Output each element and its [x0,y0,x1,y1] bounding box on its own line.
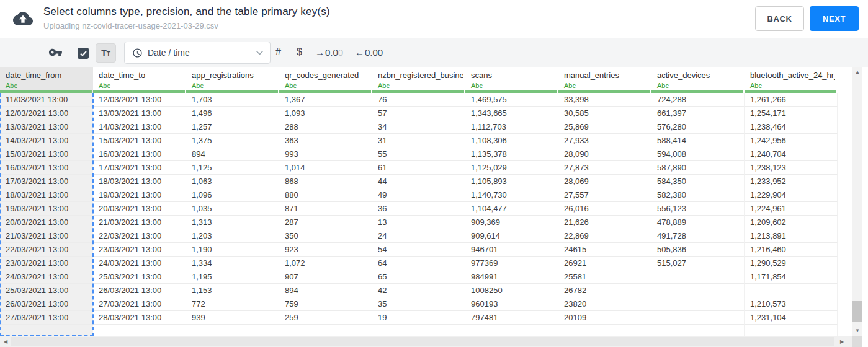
table-cell[interactable]: 259 [279,311,372,325]
table-cell[interactable]: 1,224,961 [745,202,838,216]
table-cell[interactable]: 25/03/2021 13:00 [93,270,186,284]
table-cell[interactable]: 868 [279,175,372,188]
table-cell[interactable]: 22,869 [558,229,651,243]
table-cell[interactable]: 478,889 [651,216,745,229]
table-cell[interactable]: 724,288 [651,93,745,107]
table-cell[interactable]: 1,093 [279,107,372,120]
table-cell[interactable]: 26,016 [558,202,651,216]
primary-key-icon[interactable] [48,46,63,59]
include-column-checkbox[interactable] [78,48,89,59]
table-cell[interactable]: 1,375 [186,134,279,147]
table-cell[interactable]: 1,229,904 [745,188,838,202]
vertical-scrollbar[interactable]: ▲ ▼ [852,67,862,336]
table-cell[interactable]: 23/03/2021 13:00 [0,257,93,270]
table-cell[interactable]: 1,140,730 [465,188,558,202]
table-cell[interactable]: 21/03/2021 13:00 [93,216,186,229]
table-cell[interactable]: 1,257 [186,120,279,134]
scroll-right-icon[interactable]: ▶ [838,336,846,347]
table-cell[interactable]: 31 [372,134,465,147]
next-button[interactable]: NEXT [810,6,859,31]
table-cell[interactable]: 505,836 [651,243,745,257]
table-cell[interactable]: 1,240,704 [745,147,838,161]
column-header-active_devices[interactable]: active_devicesAbc [651,67,745,93]
table-cell[interactable]: 1,496 [186,107,279,120]
table-cell[interactable]: 894 [279,284,372,297]
table-cell[interactable]: 1,210,573 [745,297,838,311]
table-cell[interactable]: 34 [372,120,465,134]
table-cell[interactable]: 27/03/2021 13:00 [0,311,93,325]
table-cell[interactable]: 1008250 [465,284,558,297]
table-cell[interactable] [745,284,838,297]
table-cell[interactable]: 1,703 [186,93,279,107]
horizontal-scrollbar-thumb[interactable] [11,337,834,346]
table-cell[interactable]: 1,233,952 [745,175,838,188]
table-cell[interactable]: 44 [372,175,465,188]
table-cell[interactable]: 661,397 [651,107,745,120]
table-cell[interactable]: 20109 [558,311,651,325]
table-cell[interactable]: 1,203 [186,229,279,243]
table-cell[interactable]: 17/03/2021 13:00 [93,161,186,175]
table-cell[interactable]: 36 [372,202,465,216]
table-cell[interactable]: 21,626 [558,216,651,229]
table-cell[interactable]: 19 [372,311,465,325]
table-cell[interactable]: 18/03/2021 13:00 [0,188,93,202]
table-cell[interactable]: 16/03/2021 13:00 [0,161,93,175]
table-cell[interactable] [651,311,745,325]
table-cell[interactable]: 923 [279,243,372,257]
table-cell[interactable]: 54 [372,243,465,257]
table-cell[interactable]: 21/03/2021 13:00 [0,229,93,243]
table-cell[interactable]: 76 [372,93,465,107]
table-cell[interactable]: 939 [186,311,279,325]
pad-right-button[interactable]: →0.00 [315,47,343,58]
scroll-left-icon[interactable]: ◀ [1,336,10,347]
table-cell[interactable]: 1,153 [186,284,279,297]
table-cell[interactable]: 23820 [558,297,651,311]
table-cell[interactable]: 64 [372,257,465,270]
table-cell[interactable]: 16/03/2021 13:00 [93,147,186,161]
table-cell[interactable]: 27,557 [558,188,651,202]
table-cell[interactable]: 582,380 [651,188,745,202]
table-cell[interactable] [651,325,745,336]
table-cell[interactable] [651,297,745,311]
column-header-manual_entries[interactable]: manual_entriesAbc [558,67,651,93]
scroll-down-icon[interactable]: ▼ [852,327,862,335]
table-cell[interactable]: 1,014 [279,161,372,175]
number-type-button[interactable]: # [275,46,281,58]
scroll-up-icon[interactable]: ▲ [852,68,862,77]
table-cell[interactable]: 556,123 [651,202,745,216]
table-cell[interactable]: 880 [279,188,372,202]
table-cell[interactable]: 515,027 [651,257,745,270]
table-cell[interactable]: 1,254,171 [745,107,838,120]
table-cell[interactable]: 1,190 [186,243,279,257]
table-cell[interactable]: 350 [279,229,372,243]
table-cell[interactable]: 30,585 [558,107,651,120]
table-cell[interactable]: 1,195 [186,270,279,284]
table-cell[interactable] [93,325,186,336]
table-cell[interactable]: 55 [372,147,465,161]
table-cell[interactable]: 287 [279,216,372,229]
table-cell[interactable]: 1,104,477 [465,202,558,216]
table-cell[interactable]: 1,125 [186,161,279,175]
type-dropdown[interactable]: Date / time [124,42,271,64]
table-cell[interactable]: 33,398 [558,93,651,107]
table-cell[interactable]: 1,072 [279,257,372,270]
table-cell[interactable]: 19/03/2021 13:00 [93,188,186,202]
table-cell[interactable]: 1,125,029 [465,161,558,175]
table-cell[interactable]: 28,069 [558,175,651,188]
table-cell[interactable]: 15/03/2021 13:00 [93,134,186,147]
table-cell[interactable] [558,325,651,336]
table-cell[interactable]: 20/03/2021 13:00 [93,202,186,216]
table-cell[interactable]: 1,171,854 [745,270,838,284]
currency-type-button[interactable]: $ [297,46,302,58]
table-cell[interactable] [651,284,745,297]
table-cell[interactable]: 26/03/2021 13:00 [93,284,186,297]
table-cell[interactable]: 1,112,703 [465,120,558,134]
table-cell[interactable]: 907 [279,270,372,284]
table-cell[interactable]: 12/03/2021 13:00 [0,107,93,120]
table-cell[interactable]: 1,238,123 [745,161,838,175]
table-cell[interactable]: 14/03/2021 13:00 [93,120,186,134]
table-cell[interactable]: 13 [372,216,465,229]
column-header-scans[interactable]: scansAbc [465,67,558,93]
table-cell[interactable]: 772 [186,297,279,311]
table-cell[interactable]: 1,343,665 [465,107,558,120]
